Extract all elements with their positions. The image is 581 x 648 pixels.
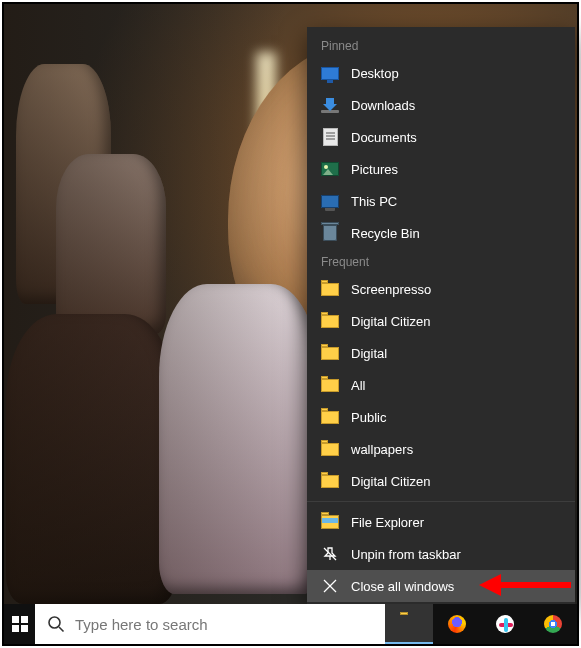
- file-explorer-jumplist: Pinned Desktop Downloads Documents Pictu…: [307, 27, 575, 604]
- jumplist-item-label: All: [351, 378, 365, 393]
- firefox-icon: [448, 615, 466, 633]
- taskbar: [4, 604, 577, 644]
- file-explorer-icon: [321, 513, 339, 531]
- jumplist-item-frequent[interactable]: Digital Citizen: [307, 465, 575, 497]
- jumplist-item-label: File Explorer: [351, 515, 424, 530]
- folder-icon: [321, 408, 339, 426]
- annotation-arrow: [479, 574, 571, 596]
- jumplist-item-frequent[interactable]: All: [307, 369, 575, 401]
- screenshot-canvas: Pinned Desktop Downloads Documents Pictu…: [0, 0, 581, 648]
- section-header-frequent: Frequent: [307, 249, 575, 273]
- section-header-pinned: Pinned: [307, 33, 575, 57]
- unpin-icon: [321, 545, 339, 563]
- jumplist-item-this-pc[interactable]: This PC: [307, 185, 575, 217]
- jumplist-item-label: Unpin from taskbar: [351, 547, 461, 562]
- taskbar-app-file-explorer[interactable]: [385, 604, 433, 644]
- jumplist-unpin-from-taskbar[interactable]: Unpin from taskbar: [307, 538, 575, 570]
- jumplist-item-recycle-bin[interactable]: Recycle Bin: [307, 217, 575, 249]
- jumplist-item-label: wallpapers: [351, 442, 413, 457]
- folder-icon: [321, 472, 339, 490]
- jumplist-item-label: Recycle Bin: [351, 226, 420, 241]
- windows-logo-icon: [12, 616, 28, 632]
- jumplist-item-label: Screenpresso: [351, 282, 431, 297]
- search-icon: [47, 615, 65, 633]
- slack-icon: [496, 615, 514, 633]
- jumplist-item-label: Public: [351, 410, 386, 425]
- jumplist-app-file-explorer[interactable]: File Explorer: [307, 506, 575, 538]
- folder-icon: [321, 440, 339, 458]
- jumplist-item-label: Close all windows: [351, 579, 454, 594]
- jumplist-item-label: Digital: [351, 346, 387, 361]
- jumplist-item-pictures[interactable]: Pictures: [307, 153, 575, 185]
- folder-icon: [321, 280, 339, 298]
- jumplist-item-frequent[interactable]: Public: [307, 401, 575, 433]
- recycle-bin-icon: [321, 224, 339, 242]
- taskbar-app-slack[interactable]: [481, 604, 529, 644]
- jumplist-item-label: Documents: [351, 130, 417, 145]
- wallpaper-shade: [4, 4, 319, 606]
- file-explorer-icon: [400, 615, 418, 633]
- jumplist-item-label: This PC: [351, 194, 397, 209]
- jumplist-item-frequent[interactable]: wallpapers: [307, 433, 575, 465]
- taskbar-search[interactable]: [35, 604, 385, 644]
- pictures-icon: [321, 160, 339, 178]
- this-pc-icon: [321, 192, 339, 210]
- folder-icon: [321, 376, 339, 394]
- taskbar-app-chrome[interactable]: [529, 604, 577, 644]
- jumplist-item-label: Downloads: [351, 98, 415, 113]
- jumplist-item-frequent[interactable]: Screenpresso: [307, 273, 575, 305]
- documents-icon: [321, 128, 339, 146]
- folder-icon: [321, 312, 339, 330]
- jumplist-item-label: Pictures: [351, 162, 398, 177]
- search-input[interactable]: [75, 616, 373, 633]
- jumplist-item-documents[interactable]: Documents: [307, 121, 575, 153]
- jumplist-item-label: Desktop: [351, 66, 399, 81]
- svg-point-0: [49, 617, 60, 628]
- folder-icon: [321, 344, 339, 362]
- jumplist-item-frequent[interactable]: Digital: [307, 337, 575, 369]
- chrome-icon: [544, 615, 562, 633]
- close-icon: [321, 577, 339, 595]
- desktop-icon: [321, 64, 339, 82]
- taskbar-app-firefox[interactable]: [433, 604, 481, 644]
- jumplist-item-label: Digital Citizen: [351, 314, 430, 329]
- jumplist-item-downloads[interactable]: Downloads: [307, 89, 575, 121]
- jumplist-item-desktop[interactable]: Desktop: [307, 57, 575, 89]
- downloads-icon: [321, 96, 339, 114]
- separator: [307, 501, 575, 502]
- taskbar-apps: [385, 604, 577, 644]
- jumplist-item-label: Digital Citizen: [351, 474, 430, 489]
- jumplist-item-frequent[interactable]: Digital Citizen: [307, 305, 575, 337]
- start-button[interactable]: [4, 604, 35, 644]
